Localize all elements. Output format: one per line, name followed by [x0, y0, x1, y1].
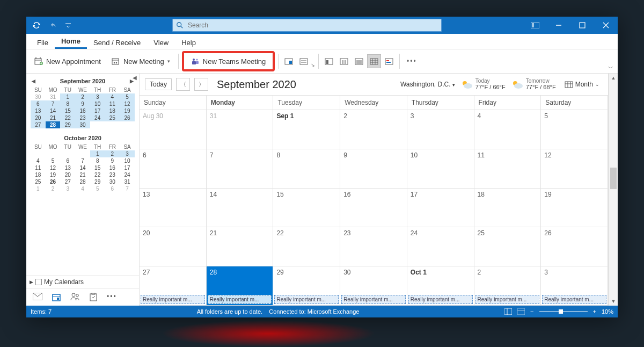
calendar-cell[interactable]: 3: [407, 110, 474, 149]
calendar-cell[interactable]: 17: [407, 189, 474, 228]
next7days-icon[interactable]: [297, 54, 311, 68]
mini-day[interactable]: 2: [105, 150, 120, 157]
calendar-event[interactable]: Really important m...: [408, 295, 473, 304]
zoom-out-icon[interactable]: −: [530, 308, 533, 315]
zoom-slider[interactable]: [539, 311, 588, 312]
mini-day[interactable]: 6: [105, 185, 120, 192]
calendar-cell[interactable]: 21: [207, 227, 274, 266]
scroll-up-icon[interactable]: ▲: [609, 74, 618, 82]
calendar-cell[interactable]: Aug 30: [140, 110, 207, 149]
mini-day[interactable]: 8: [60, 100, 75, 107]
mini-day[interactable]: 17: [120, 164, 135, 171]
mini-day[interactable]: 17: [90, 107, 105, 114]
mini-day[interactable]: 13: [60, 164, 75, 171]
calendar-cell[interactable]: 26: [541, 227, 608, 266]
mini-day[interactable]: 19: [46, 171, 61, 178]
calendar-cell[interactable]: 2: [340, 110, 407, 149]
undo-icon[interactable]: [47, 19, 61, 32]
tab-home[interactable]: Home: [55, 34, 87, 49]
mini-day[interactable]: 26: [46, 178, 61, 185]
month-view-icon[interactable]: [367, 54, 381, 68]
mini-day[interactable]: 22: [90, 171, 105, 178]
mini-day[interactable]: 27: [60, 178, 75, 185]
scroll-down-icon[interactable]: ▼: [609, 297, 618, 306]
mini-day[interactable]: 28: [75, 178, 90, 185]
vertical-scrollbar[interactable]: ▲ ▼: [609, 74, 618, 306]
mini-day[interactable]: 18: [31, 171, 46, 178]
calendar-cell[interactable]: 12: [541, 149, 608, 189]
mini-day[interactable]: 24: [90, 114, 105, 121]
mini-day[interactable]: 6: [60, 157, 75, 164]
tab-file[interactable]: File: [31, 35, 55, 49]
next-month-icon[interactable]: ▶: [130, 78, 134, 84]
calendar-cell[interactable]: 5: [541, 110, 608, 149]
calendar-cell[interactable]: Sep 1: [273, 110, 340, 149]
close-button[interactable]: [594, 17, 618, 34]
calendar-cell[interactable]: 15: [273, 189, 340, 228]
calendar-cell[interactable]: 9: [340, 149, 407, 189]
calendar-cell[interactable]: 18: [474, 189, 541, 228]
search-box[interactable]: [172, 19, 442, 32]
calendar-event[interactable]: Really important m...: [542, 295, 606, 304]
mini-day[interactable]: 31: [46, 93, 61, 100]
calendar-cell[interactable]: 19: [541, 189, 608, 228]
mini-day[interactable]: 1: [90, 150, 105, 157]
schedule-view-icon[interactable]: [382, 54, 396, 68]
calendar-cell[interactable]: 27Really important m...: [140, 266, 207, 306]
mini-day[interactable]: [60, 150, 75, 157]
mini-day[interactable]: 26: [120, 114, 135, 121]
mini-day[interactable]: 16: [105, 164, 120, 171]
mini-day[interactable]: 4: [105, 93, 120, 100]
today-icon[interactable]: [282, 54, 296, 68]
prev-month-icon[interactable]: ◀: [32, 78, 35, 84]
calendar-cell[interactable]: 24: [407, 227, 474, 266]
zoom-in-icon[interactable]: +: [593, 308, 596, 315]
new-meeting-button[interactable]: New Meeting ▾: [107, 54, 175, 68]
mini-day[interactable]: 3: [90, 93, 105, 100]
mini-day[interactable]: [90, 121, 105, 128]
calendar-cell[interactable]: 3Really important m...: [541, 266, 608, 306]
calendar-cell[interactable]: 22: [273, 227, 340, 266]
weather-tomorrow[interactable]: Tomorrow77°F / 68°F: [511, 78, 556, 90]
mini-day[interactable]: 2: [75, 93, 90, 100]
maximize-button[interactable]: [570, 17, 594, 34]
next-period-button[interactable]: 〉: [194, 78, 208, 91]
mini-day[interactable]: 30: [31, 93, 46, 100]
mini-day[interactable]: 21: [46, 114, 61, 121]
new-appointment-button[interactable]: New Appointment: [30, 54, 106, 68]
day-view-icon[interactable]: [322, 54, 336, 68]
calendar-cell[interactable]: 16: [340, 189, 407, 228]
calendar-cell[interactable]: 4: [474, 110, 541, 149]
mini-day[interactable]: 3: [120, 150, 135, 157]
my-calendars-toggle[interactable]: ▶ My Calendars: [26, 276, 139, 288]
mini-day[interactable]: 5: [90, 185, 105, 192]
mini-day[interactable]: 10: [90, 100, 105, 107]
calendar-cell[interactable]: 10: [407, 149, 474, 189]
location-dropdown[interactable]: Washington, D.C. ▾: [400, 81, 455, 88]
mini-day[interactable]: 31: [120, 178, 135, 185]
mini-day[interactable]: 6: [31, 100, 46, 107]
mini-day[interactable]: 12: [46, 164, 61, 171]
normal-view-icon[interactable]: [504, 308, 512, 315]
mini-day[interactable]: 1: [60, 93, 75, 100]
mini-day[interactable]: 29: [60, 121, 75, 128]
workweek-view-icon[interactable]: [337, 54, 351, 68]
calendar-event[interactable]: Really important m...: [208, 295, 272, 304]
dialog-launcher-icon[interactable]: ↘: [311, 62, 315, 68]
mini-day[interactable]: 19: [120, 107, 135, 114]
mini-day[interactable]: 14: [75, 164, 90, 171]
mini-calendar-sept[interactable]: ◀ September 2020 ▶ SUMOTUWETHFRSA3031123…: [26, 74, 139, 131]
coming-soon-icon[interactable]: [523, 17, 547, 34]
tasks-nav-icon[interactable]: [90, 293, 97, 301]
mini-day[interactable]: 7: [46, 100, 61, 107]
mini-day[interactable]: 2: [46, 185, 61, 192]
mini-day[interactable]: 30: [75, 121, 90, 128]
calendar-cell[interactable]: 25: [474, 227, 541, 266]
mini-day[interactable]: 21: [75, 171, 90, 178]
sync-icon[interactable]: [30, 19, 43, 32]
mail-nav-icon[interactable]: [33, 293, 42, 301]
calendar-cell[interactable]: Oct 1Really important m...: [407, 266, 474, 306]
calendar-event[interactable]: Really important m...: [141, 295, 205, 304]
tab-send-receive[interactable]: Send / Receive: [87, 35, 147, 49]
mini-day[interactable]: 29: [90, 178, 105, 185]
